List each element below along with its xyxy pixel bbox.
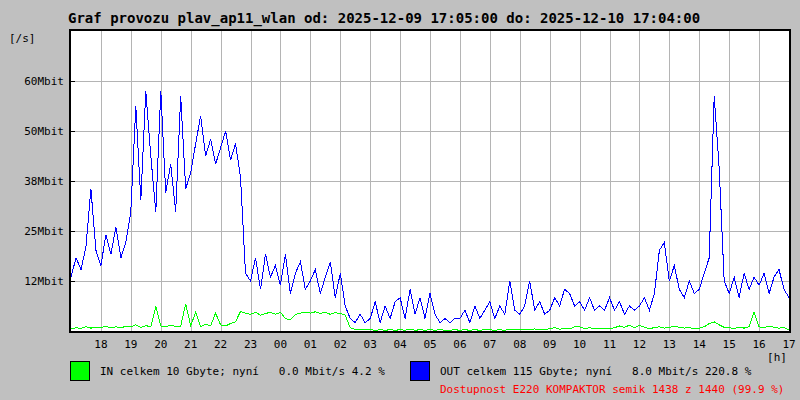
- x-axis-tick-label: 07: [475, 339, 505, 351]
- x-axis-tick-label: 22: [206, 339, 236, 351]
- in-legend-label: IN celkem 10 Gbyte; nyní 0.0 Mbit/s 4.2 …: [100, 366, 385, 378]
- x-axis-tick-label: 18: [86, 339, 116, 351]
- y-axis-tick-label: 50Mbit: [0, 126, 64, 138]
- y-axis-tick-label: 38Mbit: [0, 176, 64, 188]
- x-axis-tick-label: 13: [654, 339, 684, 351]
- x-axis-tick-label: 12: [624, 339, 654, 351]
- x-axis-tick-label: 14: [684, 339, 714, 351]
- x-axis-tick-label: 08: [505, 339, 535, 351]
- x-axis-tick-label: 21: [176, 339, 206, 351]
- x-axis-tick-label: 10: [565, 339, 595, 351]
- out-legend-label: OUT celkem 115 Gbyte; nyní 8.0 Mbit/s 22…: [440, 366, 751, 378]
- y-axis-tick-label: 12Mbit: [0, 276, 64, 288]
- x-axis-tick-label: 09: [535, 339, 565, 351]
- x-axis-tick-label: 00: [265, 339, 295, 351]
- y-axis-tick-label: 25Mbit: [0, 226, 64, 238]
- out-legend-swatch: [410, 361, 430, 381]
- traffic-chart-svg: [71, 31, 789, 331]
- x-axis-tick-label: 04: [385, 339, 415, 351]
- y-axis-unit-label: [/s]: [9, 32, 36, 45]
- x-axis-tick-label: 03: [355, 339, 385, 351]
- availability-text: Dostupnost E220 KOMPAKTOR semik 1438 z 1…: [440, 384, 784, 396]
- x-axis-tick-label: 05: [415, 339, 445, 351]
- traffic-chart-plot-area: [69, 29, 791, 333]
- x-axis-tick-label: 23: [236, 339, 266, 351]
- x-axis-tick-label: 20: [146, 339, 176, 351]
- x-axis-unit-label: [h]: [757, 351, 797, 364]
- y-axis-tick-label: 60Mbit: [0, 76, 64, 88]
- x-axis-tick-label: 17: [774, 339, 800, 351]
- in-legend-swatch: [70, 361, 90, 381]
- x-axis-tick-label: 06: [445, 339, 475, 351]
- x-axis-tick-label: 01: [295, 339, 325, 351]
- x-axis-tick-label: 11: [595, 339, 625, 351]
- x-axis-tick-label: 02: [325, 339, 355, 351]
- mrtg-traffic-page: { "title": "Graf provozu plav_ap11_wlan …: [0, 0, 800, 400]
- chart-title: Graf provozu plav_ap11_wlan od: 2025-12-…: [68, 10, 700, 26]
- x-axis-tick-label: 16: [744, 339, 774, 351]
- x-axis-tick-label: 19: [116, 339, 146, 351]
- x-axis-tick-label: 15: [714, 339, 744, 351]
